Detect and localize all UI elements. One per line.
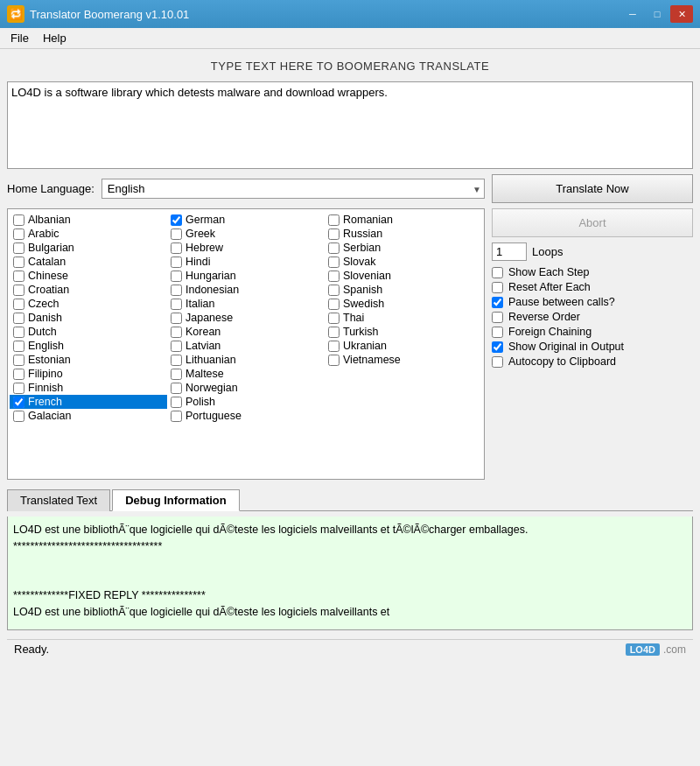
lang-czech-checkbox[interactable] bbox=[13, 299, 24, 310]
lang-indonesian[interactable]: Indonesian bbox=[167, 283, 325, 297]
lang-chinese[interactable]: Chinese bbox=[10, 269, 167, 283]
lang-ukranian[interactable]: Ukranian bbox=[325, 339, 482, 353]
lang-hindi-checkbox[interactable] bbox=[171, 257, 182, 268]
lang-galacian[interactable]: Galacian bbox=[10, 409, 167, 423]
menu-help[interactable]: Help bbox=[36, 30, 74, 46]
option-reset-after-each[interactable]: Reset After Each bbox=[492, 281, 693, 293]
lang-latvian[interactable]: Latvian bbox=[167, 339, 325, 353]
foreign-chaining-checkbox[interactable] bbox=[492, 327, 503, 338]
option-reverse-order[interactable]: Reverse Order bbox=[492, 311, 693, 323]
home-language-select[interactable]: English French German Spanish Chinese It… bbox=[102, 179, 485, 199]
lang-thai-checkbox[interactable] bbox=[328, 313, 340, 324]
lang-maltese[interactable]: Maltese bbox=[167, 367, 325, 381]
lang-albanian-checkbox[interactable] bbox=[13, 214, 24, 226]
lang-filipino-checkbox[interactable] bbox=[13, 369, 24, 380]
lang-polish-checkbox[interactable] bbox=[171, 397, 182, 408]
lang-japanese[interactable]: Japanese bbox=[167, 311, 325, 325]
lang-turkish-checkbox[interactable] bbox=[328, 327, 340, 338]
lang-danish[interactable]: Danish bbox=[10, 311, 167, 325]
home-language-selector[interactable]: English French German Spanish Chinese It… bbox=[102, 179, 485, 199]
lang-vietnamese[interactable]: Vietnamese bbox=[325, 353, 482, 367]
lang-czech[interactable]: Czech bbox=[10, 297, 167, 311]
lang-bulgarian[interactable]: Bulgarian bbox=[10, 241, 167, 255]
lang-romanian[interactable]: Romanian bbox=[325, 213, 482, 227]
lang-arabic-checkbox[interactable] bbox=[13, 228, 24, 240]
lang-croatian-checkbox[interactable] bbox=[13, 285, 24, 296]
lang-english-checkbox[interactable] bbox=[13, 341, 24, 352]
reverse-order-checkbox[interactable] bbox=[492, 312, 503, 323]
lang-german-checkbox[interactable] bbox=[171, 214, 182, 226]
lang-thai[interactable]: Thai bbox=[325, 311, 482, 325]
show-original-checkbox[interactable] bbox=[492, 341, 503, 353]
close-button[interactable]: ✕ bbox=[670, 5, 693, 23]
lang-portuguese[interactable]: Portuguese bbox=[167, 409, 325, 423]
translate-now-button[interactable]: Translate Now bbox=[492, 174, 693, 203]
option-pause-between[interactable]: Pause between calls? bbox=[492, 296, 693, 308]
lang-slovenian-checkbox[interactable] bbox=[328, 271, 340, 282]
lang-spanish[interactable]: Spanish bbox=[325, 283, 482, 297]
lang-hebrew-checkbox[interactable] bbox=[171, 242, 182, 254]
language-list[interactable]: Albanian Arabic Bulgarian Catalan Chines… bbox=[7, 208, 485, 480]
lang-serbian[interactable]: Serbian bbox=[325, 241, 482, 255]
lang-japanese-checkbox[interactable] bbox=[171, 313, 182, 324]
lang-dutch[interactable]: Dutch bbox=[10, 325, 167, 339]
lang-slovak-checkbox[interactable] bbox=[328, 257, 340, 268]
lang-korean[interactable]: Korean bbox=[167, 325, 325, 339]
pause-between-checkbox[interactable] bbox=[492, 297, 503, 308]
lang-portuguese-checkbox[interactable] bbox=[171, 411, 182, 422]
lang-croatian[interactable]: Croatian bbox=[10, 283, 167, 297]
lang-filipino[interactable]: Filipino bbox=[10, 367, 167, 381]
option-show-original[interactable]: Show Original in Output bbox=[492, 341, 693, 353]
lang-slovenian[interactable]: Slovenian bbox=[325, 269, 482, 283]
abort-button[interactable]: Abort bbox=[492, 208, 693, 237]
lang-estonian-checkbox[interactable] bbox=[13, 355, 24, 366]
option-foreign-chaining[interactable]: Foreign Chaining bbox=[492, 326, 693, 338]
lang-romanian-checkbox[interactable] bbox=[328, 214, 340, 226]
tab-translated-text[interactable]: Translated Text bbox=[7, 489, 110, 511]
menu-file[interactable]: File bbox=[4, 30, 36, 46]
loops-input[interactable] bbox=[492, 242, 527, 261]
lang-slovak[interactable]: Slovak bbox=[325, 255, 482, 269]
lang-russian-checkbox[interactable] bbox=[328, 228, 340, 240]
option-autocopy[interactable]: Autocopy to Clipboard bbox=[492, 355, 693, 368]
lang-bulgarian-checkbox[interactable] bbox=[13, 242, 24, 254]
lang-hungarian[interactable]: Hungarian bbox=[167, 269, 325, 283]
lang-korean-checkbox[interactable] bbox=[171, 327, 182, 338]
lang-finnish[interactable]: Finnish bbox=[10, 381, 167, 395]
lang-finnish-checkbox[interactable] bbox=[13, 383, 24, 394]
lang-norwegian-checkbox[interactable] bbox=[171, 383, 182, 394]
lang-catalan[interactable]: Catalan bbox=[10, 255, 167, 269]
lang-hungarian-checkbox[interactable] bbox=[171, 271, 182, 282]
lang-vietnamese-checkbox[interactable] bbox=[328, 355, 340, 366]
minimize-button[interactable]: ─ bbox=[621, 5, 644, 23]
lang-turkish[interactable]: Turkish bbox=[325, 325, 482, 339]
tab-debug-information[interactable]: Debug Information bbox=[112, 489, 240, 511]
lang-polish[interactable]: Polish bbox=[167, 395, 325, 409]
lang-german[interactable]: German bbox=[167, 213, 325, 227]
lang-swedish[interactable]: Swedish bbox=[325, 297, 482, 311]
lang-danish-checkbox[interactable] bbox=[13, 313, 24, 324]
lang-hindi[interactable]: Hindi bbox=[167, 255, 325, 269]
lang-lithuanian[interactable]: Lithuanian bbox=[167, 353, 325, 367]
autocopy-checkbox[interactable] bbox=[492, 356, 503, 368]
lang-norwegian[interactable]: Norwegian bbox=[167, 381, 325, 395]
lang-greek-checkbox[interactable] bbox=[171, 228, 182, 240]
lang-italian-checkbox[interactable] bbox=[171, 299, 182, 310]
lang-albanian[interactable]: Albanian bbox=[10, 213, 167, 227]
lang-english[interactable]: English bbox=[10, 339, 167, 353]
lang-maltese-checkbox[interactable] bbox=[171, 369, 182, 380]
lang-arabic[interactable]: Arabic bbox=[10, 227, 167, 241]
lang-spanish-checkbox[interactable] bbox=[328, 285, 340, 296]
lang-catalan-checkbox[interactable] bbox=[13, 257, 24, 268]
lang-french[interactable]: French bbox=[10, 395, 167, 409]
option-show-each-step[interactable]: Show Each Step bbox=[492, 266, 693, 278]
lang-russian[interactable]: Russian bbox=[325, 227, 482, 241]
lang-latvian-checkbox[interactable] bbox=[171, 341, 182, 352]
lang-serbian-checkbox[interactable] bbox=[328, 242, 340, 254]
lang-italian[interactable]: Italian bbox=[167, 297, 325, 311]
lang-indonesian-checkbox[interactable] bbox=[171, 285, 182, 296]
lang-french-checkbox[interactable] bbox=[13, 397, 24, 408]
maximize-button[interactable]: □ bbox=[646, 5, 668, 23]
lang-hebrew[interactable]: Hebrew bbox=[167, 241, 325, 255]
input-textarea[interactable]: LO4D is a software library which detests… bbox=[7, 81, 693, 169]
